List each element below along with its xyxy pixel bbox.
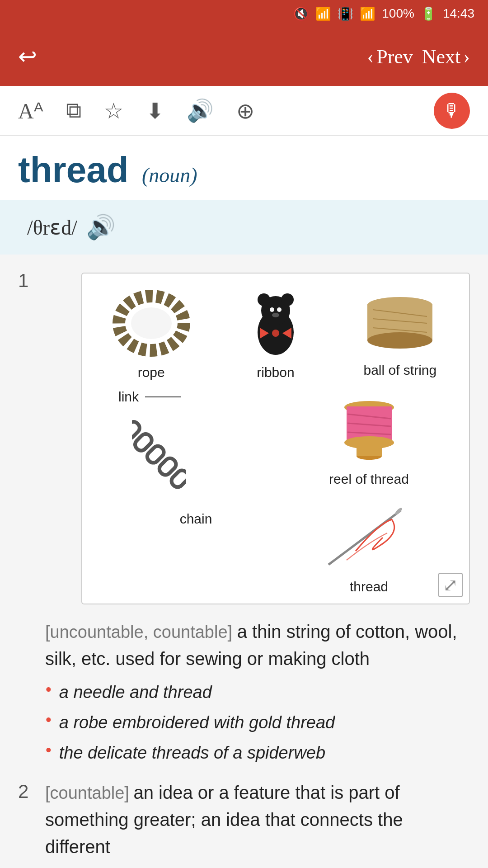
word-title: thread (18, 150, 129, 190)
svg-point-1 (131, 307, 172, 339)
right-chevron-icon: › (463, 45, 470, 68)
svg-point-11 (272, 330, 279, 337)
prev-label: Prev (376, 45, 413, 68)
reel-of-thread-image (338, 389, 401, 466)
reel-of-thread-label: reel of thread (329, 472, 409, 487)
def-text-block-1: rope (45, 268, 470, 765)
svg-point-4 (258, 293, 270, 306)
def-number-1: 1 (18, 268, 36, 765)
image-item-reel-and-thread: reel of thread thread (278, 389, 460, 594)
wifi-icon: 📶 (315, 6, 331, 21)
back-arrow-icon: ↩ (18, 43, 37, 70)
svg-point-32 (394, 507, 403, 516)
bullet-examples-1: • a needle and thread • a robe embroider… (45, 680, 470, 765)
chain-label: chain (180, 511, 212, 527)
ribbon-label: ribbon (257, 365, 294, 380)
definition-1: 1 rope (18, 268, 470, 765)
mute-icon: 🔇 (293, 6, 309, 21)
svg-point-14 (367, 332, 432, 349)
thread-needle-image (319, 497, 419, 574)
def-text-block-2: [countable] an idea or a feature that is… (45, 779, 470, 860)
ball-of-string-label: ball of string (363, 363, 436, 378)
def-1-label: [uncountable, countable] a thin string o… (45, 618, 470, 672)
bullet-text-2: a robe embroidered with gold thread (59, 711, 335, 735)
copy-button[interactable]: ⧉ (66, 98, 81, 123)
image-item-link: link (91, 389, 273, 594)
image-item-ribbon: ribbon (216, 287, 335, 380)
svg-rect-30 (357, 443, 382, 456)
next-button[interactable]: Next › (422, 45, 470, 68)
rope-label: rope (138, 365, 165, 380)
next-label: Next (422, 45, 461, 68)
def-number-2: 2 (18, 779, 36, 860)
sound-button[interactable]: 🔊 (187, 98, 214, 123)
def-2-label: [countable] (45, 783, 129, 802)
battery-label: 100% (382, 6, 414, 21)
image-illustration-box: rope (81, 273, 470, 604)
prev-next-controls: ‹ Prev Next › (367, 45, 470, 68)
svg-point-7 (277, 307, 282, 312)
thread-label: thread (350, 579, 388, 594)
back-button[interactable]: ↩ (18, 43, 37, 70)
svg-point-8 (272, 313, 279, 317)
svg-point-5 (281, 293, 294, 306)
toolbar: Aᴬ ⧉ ☆ ⬇ 🔊 ⊕ 🎙 (0, 86, 488, 136)
expand-button[interactable]: ⤢ (438, 573, 463, 597)
bullet-item-1: • a needle and thread (45, 680, 470, 704)
bullet-dot-2: • (45, 709, 52, 731)
signal-icon: 📶 (360, 6, 375, 21)
image-grid-row1: rope (91, 287, 460, 380)
pronunciation-sound-button[interactable]: 🔊 (86, 213, 116, 241)
bullet-dot-1: • (45, 679, 52, 700)
definition-2: 2 [countable] an idea or a feature that … (18, 779, 470, 860)
pronunciation-bar: /θrɛd/ 🔊 (0, 200, 488, 255)
status-icons: 🔇 📶 📳 📶 100% 🔋 14:43 (293, 6, 474, 21)
sim-icon: 📳 (338, 6, 353, 21)
image-item-ball-of-string: ball of string (340, 287, 460, 380)
favorite-button[interactable]: ☆ (104, 98, 123, 123)
battery-icon: 🔋 (421, 6, 436, 21)
bullet-dot-3: • (45, 739, 52, 761)
add-button[interactable]: ⊕ (236, 98, 254, 123)
ipa-text: /θrɛd/ (27, 215, 77, 240)
bullet-item-3: • the delicate threads of a spiderweb (45, 741, 470, 765)
nav-bar: ↩ ‹ Prev Next › (0, 27, 488, 86)
toolbar-left: Aᴬ ⧉ ☆ ⬇ 🔊 ⊕ (18, 98, 254, 123)
status-bar: 🔇 📶 📳 📶 100% 🔋 14:43 (0, 0, 488, 27)
left-chevron-icon: ‹ (367, 45, 374, 68)
bullet-item-2: • a robe embroidered with gold thread (45, 711, 470, 735)
bullet-text-3: the delicate threads of a spiderweb (59, 741, 325, 765)
definition-body: 1 rope (0, 259, 488, 868)
chain-image (132, 408, 186, 508)
image-item-rope: rope (91, 287, 211, 380)
word-heading: thread (noun) (0, 136, 488, 200)
mic-icon: 🎙 (443, 100, 461, 121)
time-label: 14:43 (443, 6, 474, 21)
prev-button[interactable]: ‹ Prev (367, 45, 413, 68)
rope-image (111, 287, 192, 359)
text-size-button[interactable]: Aᴬ (18, 98, 43, 123)
bullet-text-1: a needle and thread (59, 680, 212, 704)
ball-of-string-image (364, 287, 436, 357)
download-button[interactable]: ⬇ (146, 98, 164, 123)
mic-button[interactable]: 🎙 (434, 93, 470, 129)
image-grid-row2: link (91, 389, 460, 594)
ribbon-image (244, 287, 307, 359)
word-pos: (noun) (142, 164, 197, 187)
svg-point-6 (270, 307, 274, 312)
